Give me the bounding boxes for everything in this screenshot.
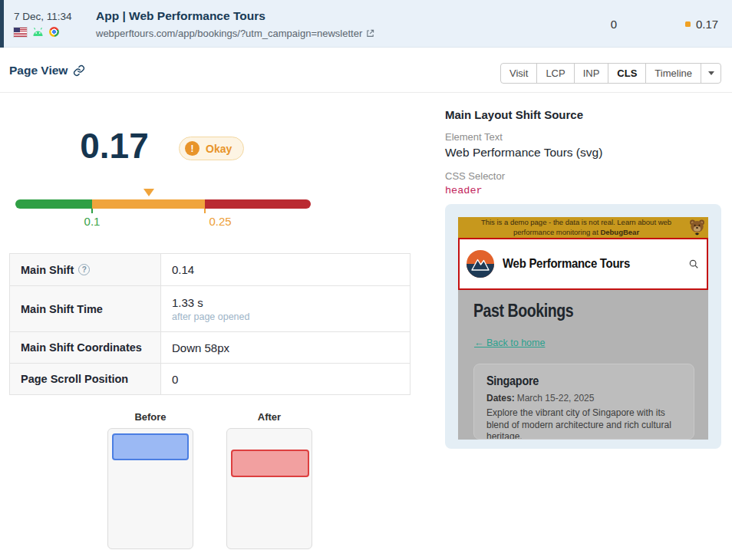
cls-status-dot — [685, 21, 691, 27]
tab-inp[interactable]: INP — [574, 64, 608, 83]
after-element-box — [231, 450, 309, 477]
gauge-bar — [15, 199, 311, 209]
row-label: Main Shift ? — [10, 254, 161, 285]
page-url: webperftours.com/app/bookings/?utm_campa… — [96, 28, 362, 39]
page-scroll-position-label: Page Scroll Position — [21, 373, 128, 385]
main-shift-coordinates-label: Main Shift Coordinates — [21, 341, 142, 354]
demo-banner-text: This is a demo page - the data is not re… — [466, 218, 687, 237]
element-text-value: Web Performance Tours (svg) — [445, 146, 602, 160]
dates-label: Dates: — [486, 393, 515, 404]
banner-brand: DebugBear — [600, 228, 639, 236]
main-shift-time-label: Main Shift Time — [21, 303, 103, 315]
before-viewport — [107, 428, 193, 549]
gauge-threshold-poor: 0.25 — [197, 215, 243, 228]
table-row: Page Scroll Position 0 — [10, 363, 410, 394]
site-title: Web Performance Tours — [503, 256, 648, 272]
main-shift-value: 0.14 — [172, 263, 410, 276]
page-url-link[interactable]: webperftours.com/app/bookings/?utm_campa… — [96, 28, 374, 39]
booking-card-dates: Dates:March 15-22, 2025 — [486, 393, 681, 404]
table-row: Main Shift ? 0.14 — [10, 254, 410, 285]
page-screenshot-container: This is a demo page - the data is not re… — [445, 204, 721, 449]
shift-details-table: Main Shift ? 0.14 Main Shift Time 1.33 s… — [9, 253, 411, 395]
before-label: Before — [107, 411, 193, 423]
warning-icon: ! — [185, 141, 199, 156]
cls-summary-metric: 0.17 — [685, 18, 718, 31]
dates-value: March 15-22, 2025 — [517, 393, 595, 404]
visit-meta-icons — [14, 27, 59, 37]
before-element-box — [112, 433, 189, 460]
app-root: 7 Dec, 11:34 App | Web Performance Tours… — [0, 0, 732, 560]
page-view-label: Page View — [9, 64, 68, 77]
gauge-segment-good — [15, 199, 92, 209]
css-selector-value: header — [445, 185, 483, 196]
status-badge-label: Okay — [206, 143, 232, 155]
help-icon[interactable]: ? — [78, 264, 90, 275]
link-icon[interactable] — [73, 64, 85, 77]
metric-tab-group: Visit LCP INP CLS Timeline — [500, 63, 721, 84]
site-logo-icon — [466, 249, 495, 278]
page-view-toolbar: Page View Visit LCP INP CLS Timeline — [0, 48, 732, 93]
us-flag-icon — [14, 28, 27, 37]
main-shift-coordinates-value: Down 58px — [172, 341, 410, 354]
search-icon — [688, 259, 699, 269]
element-text-label: Element Text — [445, 131, 503, 143]
highlighted-header-element: Web Performance Tours — [458, 238, 708, 290]
chevron-down-icon — [708, 71, 714, 75]
gauge-segment-poor — [205, 199, 311, 209]
gauge-threshold-good: 0.1 — [77, 215, 107, 228]
tab-cls[interactable]: CLS — [608, 64, 645, 83]
android-icon — [32, 27, 44, 37]
table-row: Main Shift Time 1.33 s after page opened — [10, 285, 410, 331]
main-shift-time-value: 1.33 s — [172, 296, 410, 309]
external-link-icon — [366, 29, 374, 38]
booking-card-title: Singapore — [486, 374, 681, 388]
tab-timeline[interactable]: Timeline — [645, 64, 701, 83]
interaction-count: 0 — [606, 18, 622, 31]
tab-lcp[interactable]: LCP — [536, 64, 573, 83]
tab-overflow-dropdown[interactable] — [701, 64, 720, 83]
cls-score: 0.17 — [64, 125, 164, 166]
cls-gauge: 0.1 0.25 — [15, 189, 311, 235]
gauge-tick-poor — [204, 209, 206, 213]
back-to-home-link: ← Back to home — [474, 338, 545, 348]
after-viewport — [226, 428, 312, 549]
shift-source-title: Main Layout Shift Source — [445, 108, 583, 121]
gauge-tick-good — [91, 209, 93, 213]
demo-banner: This is a demo page - the data is not re… — [458, 217, 708, 238]
page-scroll-position-value: 0 — [172, 373, 410, 386]
page-heading: Past Bookings — [473, 301, 591, 321]
dimmed-page-body: Past Bookings ← Back to home Singapore D… — [458, 290, 708, 440]
page-title: App | Web Performance Tours — [96, 9, 265, 23]
after-label: After — [226, 411, 312, 423]
status-badge: ! Okay — [179, 137, 244, 160]
tab-visit[interactable]: Visit — [501, 64, 536, 83]
banner-text: This is a demo page - the data is not re… — [481, 218, 671, 236]
booking-card: Singapore Dates:March 15-22, 2025 Explor… — [473, 364, 694, 440]
css-selector-label: CSS Selector — [445, 170, 505, 182]
booking-card-description: Explore the vibrant city of Singapore wi… — [486, 407, 681, 440]
main-shift-label: Main Shift — [21, 264, 74, 276]
page-view-heading: Page View — [9, 64, 85, 77]
visit-date: 7 Dec, 11:34 — [14, 11, 72, 22]
table-row: Main Shift Coordinates Down 58px — [10, 331, 410, 363]
cls-summary-value: 0.17 — [696, 18, 718, 31]
header-accent-stripe — [0, 0, 4, 48]
page-screenshot: This is a demo page - the data is not re… — [458, 217, 708, 440]
main-shift-time-note: after page opened — [172, 311, 410, 322]
gauge-segment-needs-improvement — [92, 199, 205, 209]
chrome-icon — [49, 27, 59, 37]
top-bar: 7 Dec, 11:34 App | Web Performance Tours… — [0, 0, 732, 48]
gauge-marker-icon — [143, 189, 154, 196]
bear-icon — [688, 219, 706, 236]
